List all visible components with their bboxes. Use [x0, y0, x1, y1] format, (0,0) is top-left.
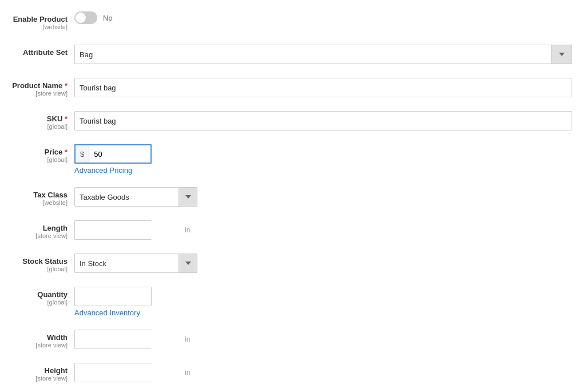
- length-input[interactable]: [75, 221, 180, 239]
- enable-product-value: No: [103, 14, 113, 22]
- tax-class-label-col: Tax Class [website]: [6, 187, 74, 206]
- width-control: in: [74, 330, 572, 349]
- width-scope: [store view]: [6, 342, 68, 349]
- length-row: Length [store view] in: [6, 220, 573, 241]
- tax-class-scope: [website]: [6, 199, 68, 206]
- product-name-scope: [store view]: [6, 90, 68, 97]
- height-row: Height [store view] in: [6, 363, 573, 383]
- advanced-pricing-link[interactable]: Advanced Pricing: [74, 166, 132, 175]
- height-input[interactable]: [75, 363, 180, 382]
- width-label: Width: [6, 333, 68, 342]
- quantity-scope: [global]: [6, 299, 68, 306]
- width-label-col: Width [store view]: [6, 330, 74, 349]
- sku-required: *: [65, 114, 68, 123]
- enable-product-control: No: [74, 11, 572, 24]
- length-input-wrapper: in: [74, 220, 152, 240]
- stock-status-scope: [global]: [6, 266, 68, 272]
- tax-class-control: Taxable Goods: [74, 187, 572, 207]
- attribute-set-select[interactable]: Bag: [74, 45, 572, 64]
- price-row: Price * [global] $ Advanced Pricing: [6, 144, 573, 175]
- length-unit: in: [180, 226, 195, 234]
- length-control: in: [74, 220, 572, 240]
- quantity-row: Quantity [global] Advanced Inventory: [6, 287, 573, 317]
- sku-input[interactable]: [74, 111, 572, 130]
- enable-product-row: Enable Product [website] No: [6, 11, 573, 32]
- price-label: Price *: [6, 148, 68, 156]
- tax-class-select[interactable]: Taxable Goods: [74, 187, 197, 207]
- width-unit: in: [180, 335, 195, 343]
- stock-status-arrow-icon: [185, 262, 191, 265]
- length-label: Length: [6, 224, 68, 232]
- height-input-wrapper: in: [74, 363, 152, 382]
- price-required: *: [65, 148, 68, 156]
- stock-status-label-col: Stock Status [global]: [6, 254, 74, 272]
- sku-row: SKU * [global]: [6, 111, 573, 132]
- stock-status-row: Stock Status [global] In Stock: [6, 254, 573, 274]
- stock-status-label: Stock Status: [6, 257, 68, 266]
- sku-control: [74, 111, 572, 130]
- height-scope: [store view]: [6, 375, 68, 382]
- sku-label: SKU *: [6, 114, 68, 123]
- width-input[interactable]: [75, 330, 180, 349]
- tax-class-row: Tax Class [website] Taxable Goods: [6, 187, 573, 208]
- product-name-label-col: Product Name * [store view]: [6, 78, 74, 97]
- quantity-label-col: Quantity [global]: [6, 287, 74, 306]
- enable-product-label-col: Enable Product [website]: [6, 11, 74, 30]
- stock-status-select[interactable]: In Stock: [74, 254, 197, 273]
- product-name-input[interactable]: [74, 78, 572, 97]
- attribute-set-dropdown-btn[interactable]: [551, 45, 572, 64]
- sku-scope: [global]: [6, 123, 68, 130]
- length-scope: [store view]: [6, 232, 68, 239]
- price-input[interactable]: [89, 145, 152, 163]
- price-control: $ Advanced Pricing: [74, 144, 572, 175]
- price-currency-symbol: $: [76, 145, 89, 163]
- height-label-col: Height [store view]: [6, 363, 74, 382]
- enable-product-label: Enable Product: [6, 15, 68, 23]
- height-label: Height: [6, 366, 68, 375]
- width-input-wrapper: in: [74, 330, 152, 349]
- price-input-wrapper: $: [74, 144, 152, 164]
- price-scope: [global]: [6, 156, 68, 163]
- height-control: in: [74, 363, 572, 382]
- stock-status-control: In Stock: [74, 254, 572, 273]
- attribute-set-label-col: Attribute Set: [6, 45, 74, 57]
- tax-class-value: Taxable Goods: [75, 193, 179, 201]
- attribute-set-value: Bag: [75, 50, 551, 59]
- price-label-col: Price * [global]: [6, 144, 74, 163]
- tax-class-label: Tax Class: [6, 191, 68, 199]
- stock-status-dropdown-btn[interactable]: [179, 254, 197, 272]
- product-name-required: *: [65, 81, 68, 90]
- tax-class-dropdown-btn[interactable]: [179, 188, 197, 206]
- attribute-set-control: Bag: [74, 45, 572, 64]
- stock-status-value: In Stock: [75, 259, 179, 268]
- product-name-label: Product Name *: [6, 81, 68, 90]
- attribute-set-arrow-icon: [559, 53, 565, 56]
- enable-product-toggle-row: No: [74, 11, 572, 24]
- tax-class-arrow-icon: [185, 195, 191, 199]
- width-row: Width [store view] in: [6, 330, 573, 350]
- product-name-row: Product Name * [store view]: [6, 78, 573, 98]
- attribute-set-label: Attribute Set: [6, 48, 68, 57]
- sku-label-col: SKU * [global]: [6, 111, 74, 130]
- advanced-inventory-link[interactable]: Advanced Inventory: [74, 308, 140, 317]
- enable-product-toggle[interactable]: [74, 11, 97, 24]
- quantity-input[interactable]: [74, 287, 152, 306]
- attribute-set-row: Attribute Set Bag: [6, 45, 573, 65]
- quantity-control: Advanced Inventory: [74, 287, 572, 317]
- height-unit: in: [180, 369, 195, 377]
- length-label-col: Length [store view]: [6, 220, 74, 239]
- enable-product-scope: [website]: [6, 23, 68, 30]
- quantity-label: Quantity: [6, 290, 68, 299]
- product-name-control: [74, 78, 572, 97]
